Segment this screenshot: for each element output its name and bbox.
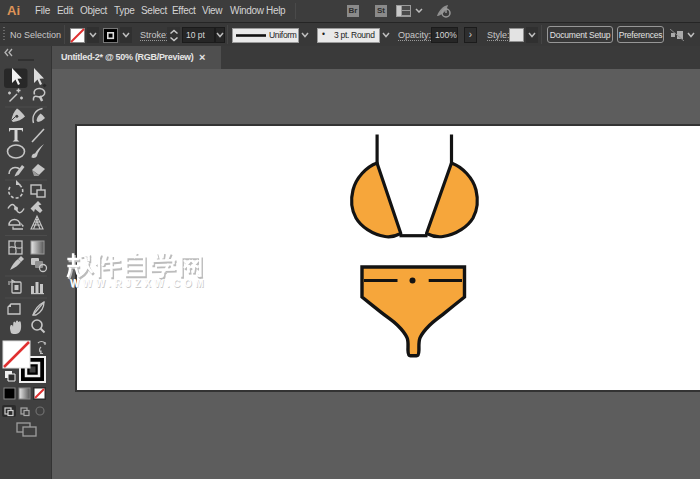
svg-text:WWW.RJZXW.COM: WWW.RJZXW.COM bbox=[70, 278, 207, 289]
